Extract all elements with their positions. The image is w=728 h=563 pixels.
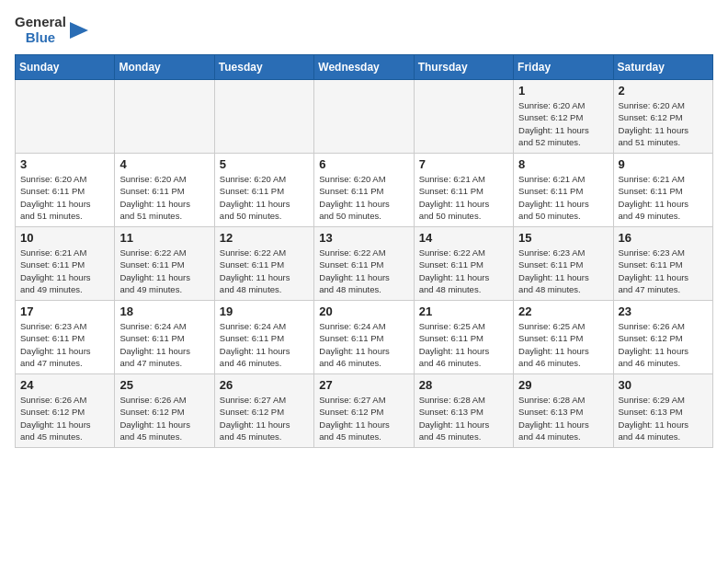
day-info: Sunrise: 6:21 AM Sunset: 6:11 PM Dayligh… [20,247,109,295]
calendar-table: SundayMondayTuesdayWednesdayThursdayFrid… [15,54,713,448]
weekday-header-wednesday: Wednesday [314,55,414,80]
calendar-cell: 14Sunrise: 6:22 AM Sunset: 6:11 PM Dayli… [414,227,513,301]
day-number: 10 [20,231,109,245]
day-info: Sunrise: 6:23 AM Sunset: 6:11 PM Dayligh… [518,247,608,295]
day-number: 30 [619,378,708,392]
calendar-week-1: 1Sunrise: 6:20 AM Sunset: 6:12 PM Daylig… [16,80,713,154]
calendar-cell: 6Sunrise: 6:20 AM Sunset: 6:11 PM Daylig… [314,154,414,227]
calendar-cell: 26Sunrise: 6:27 AM Sunset: 6:12 PM Dayli… [214,374,313,448]
day-info: Sunrise: 6:20 AM Sunset: 6:11 PM Dayligh… [220,173,309,222]
day-info: Sunrise: 6:25 AM Sunset: 6:11 PM Dayligh… [419,320,508,369]
calendar-cell: 1Sunrise: 6:20 AM Sunset: 6:12 PM Daylig… [514,80,613,154]
day-number: 17 [20,304,109,318]
calendar-cell [16,80,115,154]
day-number: 4 [119,157,209,171]
day-info: Sunrise: 6:20 AM Sunset: 6:12 PM Dayligh… [518,99,608,148]
svg-marker-0 [70,22,88,39]
day-number: 29 [518,378,608,392]
calendar-cell: 7Sunrise: 6:21 AM Sunset: 6:11 PM Daylig… [414,154,513,227]
calendar-cell: 11Sunrise: 6:22 AM Sunset: 6:11 PM Dayli… [115,227,214,301]
day-number: 2 [619,84,708,98]
calendar-week-5: 24Sunrise: 6:26 AM Sunset: 6:12 PM Dayli… [16,374,713,448]
logo: General Blue [15,15,88,45]
weekday-header-saturday: Saturday [613,55,712,80]
day-number: 25 [119,378,209,392]
logo-triangle-icon [68,20,88,40]
calendar-cell: 18Sunrise: 6:24 AM Sunset: 6:11 PM Dayli… [115,301,214,374]
calendar-cell [314,80,414,154]
calendar-cell: 20Sunrise: 6:24 AM Sunset: 6:11 PM Dayli… [314,301,414,374]
calendar-cell: 13Sunrise: 6:22 AM Sunset: 6:11 PM Dayli… [314,227,414,301]
weekday-header-thursday: Thursday [414,55,513,80]
day-info: Sunrise: 6:26 AM Sunset: 6:12 PM Dayligh… [619,320,708,369]
day-number: 15 [518,231,608,245]
calendar-cell: 29Sunrise: 6:28 AM Sunset: 6:13 PM Dayli… [514,374,613,448]
day-info: Sunrise: 6:22 AM Sunset: 6:11 PM Dayligh… [419,247,508,295]
weekday-header-sunday: Sunday [16,55,115,80]
day-info: Sunrise: 6:29 AM Sunset: 6:13 PM Dayligh… [619,394,708,442]
day-info: Sunrise: 6:24 AM Sunset: 6:11 PM Dayligh… [119,320,209,369]
calendar-cell: 24Sunrise: 6:26 AM Sunset: 6:12 PM Dayli… [16,374,115,448]
day-number: 3 [20,157,109,171]
day-number: 6 [319,157,408,171]
calendar-cell: 21Sunrise: 6:25 AM Sunset: 6:11 PM Dayli… [414,301,513,374]
calendar-cell: 2Sunrise: 6:20 AM Sunset: 6:12 PM Daylig… [613,80,712,154]
day-number: 18 [119,304,209,318]
calendar-cell: 8Sunrise: 6:21 AM Sunset: 6:11 PM Daylig… [514,154,613,227]
calendar-cell: 15Sunrise: 6:23 AM Sunset: 6:11 PM Dayli… [514,227,613,301]
day-number: 19 [220,304,309,318]
calendar-cell: 28Sunrise: 6:28 AM Sunset: 6:13 PM Dayli… [414,374,513,448]
calendar-cell: 3Sunrise: 6:20 AM Sunset: 6:11 PM Daylig… [16,154,115,227]
day-info: Sunrise: 6:27 AM Sunset: 6:12 PM Dayligh… [319,394,408,442]
day-info: Sunrise: 6:20 AM Sunset: 6:11 PM Dayligh… [319,173,408,222]
day-number: 24 [20,378,109,392]
calendar-cell: 9Sunrise: 6:21 AM Sunset: 6:11 PM Daylig… [613,154,712,227]
calendar-week-4: 17Sunrise: 6:23 AM Sunset: 6:11 PM Dayli… [16,301,713,374]
day-number: 20 [319,304,408,318]
calendar-cell [414,80,513,154]
calendar-cell: 17Sunrise: 6:23 AM Sunset: 6:11 PM Dayli… [16,301,115,374]
calendar-cell: 10Sunrise: 6:21 AM Sunset: 6:11 PM Dayli… [16,227,115,301]
day-number: 26 [220,378,309,392]
day-number: 14 [419,231,508,245]
calendar-cell: 12Sunrise: 6:22 AM Sunset: 6:11 PM Dayli… [214,227,313,301]
day-number: 13 [319,231,408,245]
calendar-week-2: 3Sunrise: 6:20 AM Sunset: 6:11 PM Daylig… [16,154,713,227]
calendar-cell: 27Sunrise: 6:27 AM Sunset: 6:12 PM Dayli… [314,374,414,448]
calendar-header: SundayMondayTuesdayWednesdayThursdayFrid… [16,55,713,80]
day-info: Sunrise: 6:24 AM Sunset: 6:11 PM Dayligh… [319,320,408,369]
calendar-cell: 30Sunrise: 6:29 AM Sunset: 6:13 PM Dayli… [613,374,712,448]
day-number: 21 [419,304,508,318]
day-number: 7 [419,157,508,171]
day-number: 16 [619,231,708,245]
day-number: 9 [619,157,708,171]
day-number: 5 [220,157,309,171]
day-info: Sunrise: 6:28 AM Sunset: 6:13 PM Dayligh… [518,394,608,442]
calendar-cell: 5Sunrise: 6:20 AM Sunset: 6:11 PM Daylig… [214,154,313,227]
day-info: Sunrise: 6:22 AM Sunset: 6:11 PM Dayligh… [119,247,209,295]
day-info: Sunrise: 6:21 AM Sunset: 6:11 PM Dayligh… [419,173,508,222]
day-info: Sunrise: 6:23 AM Sunset: 6:11 PM Dayligh… [20,320,109,369]
calendar-cell: 4Sunrise: 6:20 AM Sunset: 6:11 PM Daylig… [115,154,214,227]
weekday-header-friday: Friday [514,55,613,80]
day-number: 27 [319,378,408,392]
calendar-cell [115,80,214,154]
day-number: 23 [619,304,708,318]
day-info: Sunrise: 6:28 AM Sunset: 6:13 PM Dayligh… [419,394,508,442]
day-number: 22 [518,304,608,318]
day-info: Sunrise: 6:22 AM Sunset: 6:11 PM Dayligh… [319,247,408,295]
calendar-cell: 19Sunrise: 6:24 AM Sunset: 6:11 PM Dayli… [214,301,313,374]
day-info: Sunrise: 6:23 AM Sunset: 6:11 PM Dayligh… [619,247,708,295]
day-info: Sunrise: 6:26 AM Sunset: 6:12 PM Dayligh… [20,394,109,442]
calendar-cell: 23Sunrise: 6:26 AM Sunset: 6:12 PM Dayli… [613,301,712,374]
day-info: Sunrise: 6:22 AM Sunset: 6:11 PM Dayligh… [220,247,309,295]
calendar-cell [214,80,313,154]
weekday-header-monday: Monday [115,55,214,80]
day-number: 1 [518,84,608,98]
weekday-header-tuesday: Tuesday [214,55,313,80]
calendar-cell: 22Sunrise: 6:25 AM Sunset: 6:11 PM Dayli… [514,301,613,374]
day-number: 28 [419,378,508,392]
day-info: Sunrise: 6:21 AM Sunset: 6:11 PM Dayligh… [619,173,708,222]
page-header: General Blue [15,15,713,45]
calendar-week-3: 10Sunrise: 6:21 AM Sunset: 6:11 PM Dayli… [16,227,713,301]
